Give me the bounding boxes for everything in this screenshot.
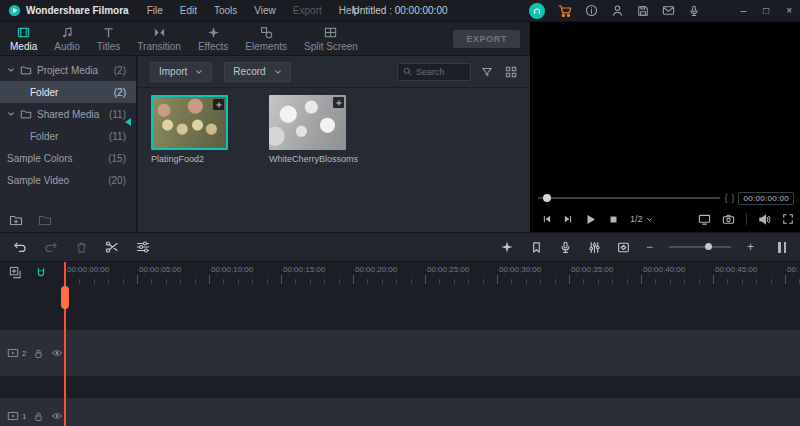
save-icon[interactable] [637,5,649,17]
tab-transition[interactable]: Transition [137,26,181,52]
sidebar-count: (2) [114,87,136,98]
window-controls: – □ × [741,5,792,16]
timeline-zoom-slider[interactable] [669,246,731,248]
ruler-label: 00:00:45:00 [715,265,757,274]
track-1-lane[interactable] [0,398,800,426]
tab-effects[interactable]: Effects [198,26,228,52]
chevron-down-icon [195,68,203,76]
next-frame-icon[interactable] [563,214,573,224]
tab-titles-label: Titles [97,41,121,52]
maximize-button[interactable]: □ [763,5,769,16]
menu-help[interactable]: Help [339,5,360,16]
record-button[interactable]: Record [224,62,290,82]
account-icon[interactable] [611,4,624,17]
menu-icon-group [529,3,700,19]
advanced-tools-icon[interactable] [136,240,150,254]
zoom-out-button[interactable]: − [646,241,653,253]
playhead-handle[interactable] [61,286,69,309]
tab-media[interactable]: Media [10,26,37,52]
audio-mixer-icon[interactable] [588,241,601,254]
eye-icon[interactable] [51,410,63,422]
seek-slider-thumb[interactable] [543,194,551,202]
import-button[interactable]: Import [150,62,212,82]
filter-icon[interactable] [481,66,493,78]
search-input[interactable] [416,67,464,77]
marker-icon[interactable] [530,241,543,254]
minimize-button[interactable]: – [741,5,747,16]
search-box[interactable] [397,63,471,81]
eye-icon[interactable] [51,347,63,359]
tab-titles[interactable]: Titles [97,26,121,52]
sidebar-item-folder-shared[interactable]: Folder (11) [0,125,136,147]
fullscreen-icon[interactable] [782,213,794,225]
zoom-in-button[interactable]: + [747,241,754,253]
media-item-platingfood2[interactable]: PlatingFood2 [151,95,228,164]
sidebar-item-shared-media[interactable]: Shared Media (11) [0,103,136,125]
manage-tracks-icon[interactable] [9,266,22,279]
lock-icon[interactable] [33,411,44,422]
media-item-whitecherryblossoms[interactable]: WhiteCherryBlossoms [269,95,346,164]
feedback-mail-icon[interactable] [662,4,675,17]
new-folder-icon[interactable] [9,213,23,227]
sidebar-item-project-media[interactable]: Project Media (2) [0,59,136,81]
lock-icon[interactable] [33,348,44,359]
sidebar-item-sample-video[interactable]: Sample Video (20) [0,169,136,191]
snapshot-camera-icon[interactable] [722,213,735,226]
menu-bar: Wondershare Filmora File Edit Tools View… [0,0,800,22]
chevron-down-icon[interactable] [7,110,15,118]
previous-frame-icon[interactable] [542,214,552,224]
sidebar-label: Folder [30,131,58,142]
sidebar-item-sample-colors[interactable]: Sample Colors (15) [0,147,136,169]
preview-video-area [530,22,800,188]
menu-view[interactable]: View [254,5,276,16]
info-icon[interactable] [585,4,598,17]
play-icon[interactable] [584,213,597,226]
render-preview-icon[interactable] [500,240,514,254]
sidebar-label: Sample Video [7,175,69,186]
video-track-icon [7,410,19,422]
audio-icon [61,26,74,39]
playback-speed-dropdown[interactable]: 1/2 [630,214,653,224]
media-thumbnail[interactable] [269,95,346,150]
microphone-icon[interactable] [688,5,700,17]
redo-icon[interactable] [44,240,58,254]
close-button[interactable]: × [786,5,792,16]
voiceover-mic-icon[interactable] [559,241,572,254]
delete-icon[interactable] [75,241,88,254]
media-thumbnail[interactable] [151,95,228,150]
support-headset-icon[interactable] [529,3,545,19]
stop-icon[interactable] [608,214,619,225]
add-to-timeline-icon[interactable] [333,97,344,108]
sidebar-item-folder-selected[interactable]: Folder (2) [0,81,136,103]
tab-elements[interactable]: Elements [245,26,287,52]
mark-out-brace[interactable]: } [731,193,734,203]
undo-icon[interactable] [13,240,27,254]
delete-folder-icon[interactable] [38,213,52,227]
menu-tools[interactable]: Tools [214,5,237,16]
split-scissors-icon[interactable] [105,240,119,254]
tab-audio[interactable]: Audio [54,26,80,52]
zoom-slider-thumb[interactable] [705,243,712,250]
mark-in-brace[interactable]: { [724,193,727,203]
pause-bars-icon[interactable] [778,242,786,253]
store-cart-icon[interactable] [558,4,572,18]
snap-magnet-icon[interactable] [35,267,47,279]
chevron-down-icon[interactable] [7,66,15,74]
display-device-icon[interactable] [698,213,711,226]
tab-audio-label: Audio [54,41,80,52]
preview-panel: { } 00:00:00:00 1/2 [530,22,800,232]
track-2-lane[interactable] [0,330,800,376]
tab-split-screen[interactable]: Split Screen [304,26,358,52]
preview-seek-slider[interactable] [538,197,720,199]
resource-tab-bar: Media Audio Titles Transition Effects [0,22,530,56]
volume-icon[interactable] [758,213,771,226]
grid-view-icon[interactable] [505,66,517,78]
titles-icon [102,26,115,39]
keyframe-icon[interactable] [617,241,630,254]
menu-file[interactable]: File [147,5,163,16]
effects-icon [207,26,220,39]
add-to-timeline-icon[interactable] [213,99,224,110]
menu-edit[interactable]: Edit [180,5,197,16]
sidebar-scroll-indicator[interactable] [125,118,131,126]
export-button[interactable]: EXPORT [453,30,520,48]
